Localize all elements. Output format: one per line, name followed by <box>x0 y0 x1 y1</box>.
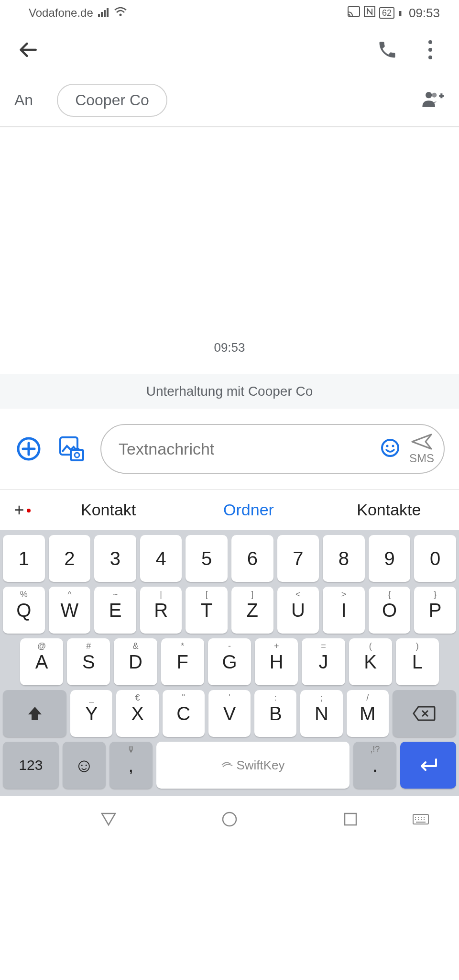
key-g[interactable]: -G <box>208 638 251 685</box>
svg-rect-16 <box>75 448 79 451</box>
svg-point-19 <box>392 445 394 447</box>
emoji-button[interactable] <box>381 438 400 459</box>
status-time: 09:53 <box>409 6 440 21</box>
key-i[interactable]: >I <box>323 587 365 634</box>
svg-point-9 <box>428 56 432 59</box>
key-7[interactable]: 7 <box>277 535 319 582</box>
send-button[interactable]: SMS <box>409 433 434 465</box>
key-s[interactable]: #S <box>67 638 110 685</box>
key-l[interactable]: )L <box>396 638 439 685</box>
svg-point-10 <box>426 92 432 98</box>
system-nav-bar <box>0 796 459 844</box>
key-3[interactable]: 3 <box>94 535 136 582</box>
key-j[interactable]: =J <box>302 638 345 685</box>
send-mode-label: SMS <box>409 452 434 465</box>
comma-key[interactable]: 🎙, <box>109 742 153 789</box>
nav-recent-button[interactable] <box>341 810 360 831</box>
svg-rect-2 <box>104 10 106 17</box>
svg-point-7 <box>428 40 432 44</box>
space-key[interactable]: SwiftKey <box>156 742 350 789</box>
period-key[interactable]: ,!?. <box>353 742 396 789</box>
recipient-label: An <box>14 91 33 109</box>
back-button[interactable] <box>14 35 43 64</box>
nfc-icon <box>364 6 375 20</box>
key-y[interactable]: _Y <box>70 690 112 737</box>
key-x[interactable]: €X <box>116 690 158 737</box>
battery-tip: ▮ <box>398 9 402 17</box>
message-input[interactable] <box>119 440 381 458</box>
key-4[interactable]: 4 <box>140 535 182 582</box>
message-input-container: SMS <box>100 424 445 474</box>
status-bar: Vodafone.de 62 ▮ 09:53 <box>0 0 459 26</box>
suggestion-2[interactable]: Ordner <box>178 501 318 519</box>
numeric-key[interactable]: 123 <box>3 742 59 789</box>
key-6[interactable]: 6 <box>231 535 273 582</box>
suggestion-3[interactable]: Kontakte <box>319 501 459 519</box>
key-f[interactable]: *F <box>161 638 204 685</box>
cast-icon <box>348 6 360 20</box>
keyboard-suggestion-bar: + Kontakt Ordner Kontakte <box>0 489 459 530</box>
key-p[interactable]: }P <box>414 587 456 634</box>
key-1[interactable]: 1 <box>3 535 45 582</box>
key-k[interactable]: (K <box>349 638 392 685</box>
svg-rect-21 <box>345 813 356 825</box>
svg-rect-14 <box>71 450 83 460</box>
key-2[interactable]: 2 <box>49 535 91 582</box>
key-a[interactable]: @A <box>20 638 63 685</box>
key-z[interactable]: ]Z <box>231 587 273 634</box>
svg-rect-3 <box>107 8 109 17</box>
svg-rect-1 <box>101 12 103 17</box>
nav-home-button[interactable] <box>220 810 239 831</box>
emoji-keyboard-key[interactable]: ☺ <box>63 742 106 789</box>
signal-icon <box>98 6 109 20</box>
key-v[interactable]: 'V <box>208 690 251 737</box>
ime-switch-button[interactable] <box>411 810 430 831</box>
key-u[interactable]: <U <box>277 587 319 634</box>
message-timestamp: 09:53 <box>214 340 245 355</box>
key-h[interactable]: +H <box>255 638 298 685</box>
attach-button[interactable] <box>14 434 43 463</box>
svg-point-8 <box>428 48 432 52</box>
svg-point-4 <box>119 14 121 16</box>
key-5[interactable]: 5 <box>186 535 228 582</box>
carrier-label: Vodafone.de <box>29 6 93 20</box>
key-9[interactable]: 9 <box>369 535 411 582</box>
battery-indicator: 62 <box>379 7 394 19</box>
key-n[interactable]: ;N <box>300 690 342 737</box>
key-c[interactable]: "C <box>163 690 205 737</box>
key-m[interactable]: /M <box>347 690 389 737</box>
svg-point-17 <box>382 440 398 456</box>
svg-rect-0 <box>98 14 100 17</box>
suggestion-expand-button[interactable]: + <box>0 500 38 520</box>
app-bar <box>0 26 459 74</box>
keyboard-brand: SwiftKey <box>221 758 284 773</box>
call-button[interactable] <box>373 35 402 64</box>
keyboard: 1234567890 %Q^W~E|R[T]Z<U>I{O}P @A#S&D*F… <box>0 530 459 796</box>
key-0[interactable]: 0 <box>414 535 456 582</box>
suggestion-1[interactable]: Kontakt <box>38 501 178 519</box>
key-o[interactable]: {O <box>369 587 411 634</box>
enter-key[interactable] <box>400 742 456 789</box>
key-t[interactable]: [T <box>186 587 228 634</box>
gallery-camera-button[interactable] <box>57 434 86 463</box>
nav-back-button[interactable] <box>99 810 118 831</box>
key-r[interactable]: |R <box>140 587 182 634</box>
recipient-chip[interactable]: Cooper Co <box>57 84 167 117</box>
key-8[interactable]: 8 <box>323 535 365 582</box>
key-b[interactable]: :B <box>254 690 296 737</box>
key-d[interactable]: &D <box>114 638 157 685</box>
key-e[interactable]: ~E <box>94 587 136 634</box>
backspace-key[interactable] <box>393 690 456 737</box>
conversation-info-banner: Unterhaltung mit Cooper Co <box>0 374 459 409</box>
conversation-area[interactable]: 09:53 <box>0 127 459 374</box>
add-recipient-button[interactable] <box>421 89 445 111</box>
overflow-menu-button[interactable] <box>416 35 445 64</box>
wifi-icon <box>114 6 127 20</box>
key-q[interactable]: %Q <box>3 587 45 634</box>
svg-point-11 <box>432 93 437 98</box>
svg-point-20 <box>223 813 236 826</box>
shift-key[interactable] <box>3 690 66 737</box>
recipient-row: An Cooper Co <box>0 74 459 126</box>
key-w[interactable]: ^W <box>49 587 91 634</box>
compose-bar: SMS <box>0 409 459 489</box>
